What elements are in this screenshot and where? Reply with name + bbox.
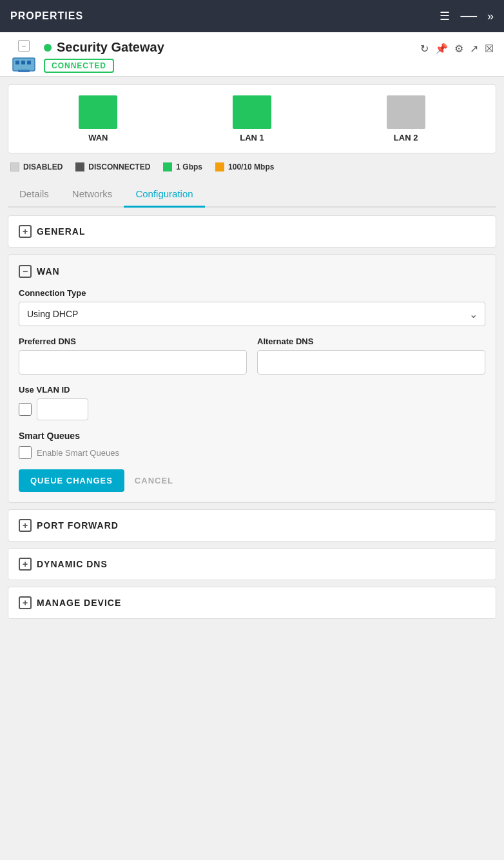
preferred-dns-label: Preferred DNS: [19, 337, 247, 346]
general-expand-icon: +: [19, 225, 32, 238]
device-header: − Security Gateway CONNECTED ↻ 📌 ⚙ ↗ ☒: [0, 32, 504, 77]
wan-section-title: WAN: [37, 266, 60, 277]
connection-type-select[interactable]: Using DHCP Static IP PPPoE: [19, 302, 485, 326]
manage-device-section-header[interactable]: + MANAGE DEVICE: [8, 587, 496, 618]
manage-device-section: + MANAGE DEVICE: [8, 587, 496, 619]
port-lan2-square: [387, 95, 425, 129]
collapse-button[interactable]: −: [18, 40, 30, 52]
manage-device-section-title: MANAGE DEVICE: [37, 598, 121, 608]
smart-queues-checkbox[interactable]: [19, 446, 32, 459]
connection-type-select-wrapper: Using DHCP Static IP PPPoE: [19, 302, 485, 326]
smart-queues-label: Smart Queues: [19, 431, 485, 441]
device-info: Security Gateway CONNECTED: [44, 40, 164, 73]
alternate-dns-group: Alternate DNS: [257, 337, 485, 375]
wan-section: − WAN Connection Type Using DHCP Static …: [8, 254, 496, 503]
device-name: Security Gateway: [57, 40, 164, 55]
tab-details[interactable]: Details: [8, 182, 61, 208]
alternate-dns-input[interactable]: [257, 350, 485, 375]
vlan-id-input[interactable]: [37, 398, 88, 420]
dynamic-dns-section-header[interactable]: + DYNAMIC DNS: [8, 549, 496, 580]
legend-disabled-box: [10, 162, 19, 171]
wan-header[interactable]: − WAN: [19, 265, 485, 278]
port-lan2: LAN 2: [387, 95, 425, 142]
wan-collapse-icon: −: [19, 265, 32, 278]
cancel-button[interactable]: CANCEL: [135, 476, 173, 485]
legend-disconnected-label: DISCONNECTED: [88, 162, 150, 171]
device-icon: [10, 53, 37, 76]
content-area: + GENERAL − WAN Connection Type Using DH…: [0, 208, 504, 627]
smart-queues-checkbox-row: Enable Smart Queues: [19, 446, 485, 459]
queue-changes-button[interactable]: QUEUE CHANGES: [19, 469, 124, 492]
top-bar-icons: ☰ ── »: [440, 9, 494, 23]
legend-disabled: DISABLED: [10, 162, 63, 171]
dns-row: Preferred DNS Alternate DNS: [19, 337, 485, 375]
general-section: + GENERAL: [8, 215, 496, 248]
dynamic-dns-section-title: DYNAMIC DNS: [37, 559, 108, 569]
port-lan1-label: LAN 1: [240, 133, 264, 142]
dynamic-dns-section: + DYNAMIC DNS: [8, 548, 496, 580]
location-icon[interactable]: 📌: [435, 43, 448, 55]
legend-1gbps: 1 Gbps: [163, 162, 202, 171]
port-wan-square: [79, 95, 117, 129]
preferred-dns-input[interactable]: [19, 350, 247, 375]
legend-section: DISABLED DISCONNECTED 1 Gbps 100/10 Mbps: [8, 159, 496, 175]
port-lan1: LAN 1: [233, 95, 271, 142]
vlan-checkbox[interactable]: [19, 403, 32, 416]
legend-disconnected: DISCONNECTED: [75, 162, 150, 171]
top-bar: PROPERTIES ☰ ── »: [0, 0, 504, 32]
connection-type-group: Connection Type Using DHCP Static IP PPP…: [19, 288, 485, 326]
dynamic-dns-expand-icon: +: [19, 558, 32, 571]
general-section-header[interactable]: + GENERAL: [8, 216, 496, 247]
vlan-label: Use VLAN ID: [19, 385, 485, 395]
preferred-dns-group: Preferred DNS: [19, 337, 247, 375]
svg-rect-1: [15, 61, 19, 64]
terminal-icon[interactable]: ⚙: [454, 43, 463, 55]
port-forward-section-header[interactable]: + PORT FORWARD: [8, 510, 496, 541]
connected-badge: CONNECTED: [44, 59, 114, 73]
svg-rect-3: [27, 61, 31, 64]
port-wan-label: WAN: [88, 133, 108, 142]
device-name-row: Security Gateway: [44, 40, 164, 55]
port-lan2-label: LAN 2: [394, 133, 418, 142]
legend-disconnected-box: [75, 162, 84, 171]
legend-1gbps-box: [163, 162, 172, 171]
smart-queues-section: Smart Queues Enable Smart Queues: [19, 431, 485, 459]
port-wan: WAN: [79, 95, 117, 142]
restart-icon[interactable]: ↻: [420, 43, 429, 55]
tab-configuration[interactable]: Configuration: [124, 182, 204, 208]
device-header-right: ↻ 📌 ⚙ ↗ ☒: [420, 40, 494, 55]
page-title: PROPERTIES: [10, 10, 83, 22]
port-forward-section-title: PORT FORWARD: [37, 520, 119, 531]
tab-networks[interactable]: Networks: [61, 182, 124, 208]
device-header-left: − Security Gateway CONNECTED: [10, 40, 164, 76]
legend-1gbps-label: 1 Gbps: [176, 162, 202, 171]
legend-100mbps-label: 100/10 Mbps: [228, 162, 274, 171]
legend-100mbps: 100/10 Mbps: [215, 162, 274, 171]
ports-section: WAN LAN 1 LAN 2: [8, 84, 496, 153]
smart-queues-checkbox-label: Enable Smart Queues: [37, 448, 119, 458]
action-row: QUEUE CHANGES CANCEL: [19, 469, 485, 492]
svg-rect-4: [18, 70, 30, 72]
manage-device-expand-icon: +: [19, 596, 32, 609]
port-forward-expand-icon: +: [19, 519, 32, 532]
general-section-title: GENERAL: [37, 226, 85, 237]
vlan-row: [19, 398, 485, 420]
menu-icon[interactable]: ──: [460, 10, 477, 23]
port-lan1-square: [233, 95, 271, 129]
alternate-dns-label: Alternate DNS: [257, 337, 485, 346]
list-icon[interactable]: ☰: [440, 9, 450, 23]
forward-icon[interactable]: »: [487, 10, 494, 23]
close-icon[interactable]: ☒: [485, 43, 494, 55]
connection-type-label: Connection Type: [19, 288, 485, 298]
svg-rect-2: [21, 61, 25, 64]
vlan-group: Use VLAN ID: [19, 385, 485, 420]
expand-icon[interactable]: ↗: [470, 43, 478, 55]
port-forward-section: + PORT FORWARD: [8, 509, 496, 542]
legend-100mbps-box: [215, 162, 224, 171]
device-icon-area: −: [10, 40, 37, 76]
status-dot: [44, 44, 52, 52]
legend-disabled-label: DISABLED: [23, 162, 63, 171]
tabs-row: Details Networks Configuration: [8, 182, 496, 208]
